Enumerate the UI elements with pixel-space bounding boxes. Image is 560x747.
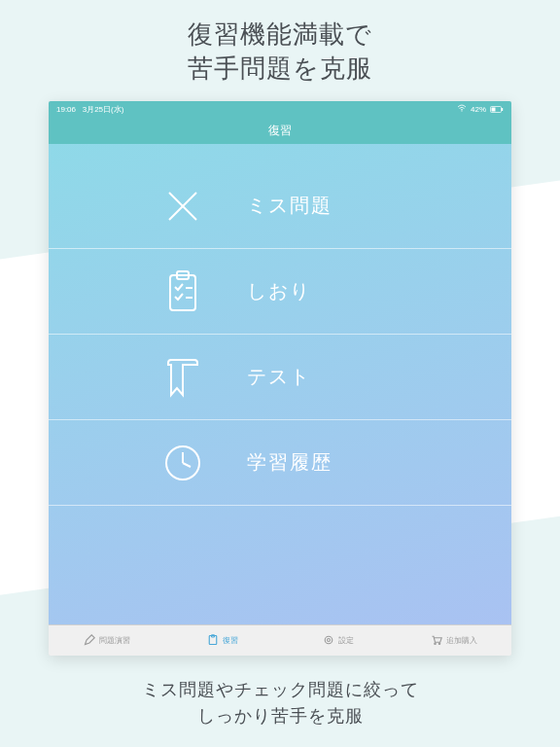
clipboard-check-icon <box>156 269 210 314</box>
tab-label: 追加購入 <box>446 635 477 646</box>
tab-purchase[interactable]: 追加購入 <box>396 625 511 656</box>
promo-caption: ミス問題やチェック問題に絞って しっかり苦手を克服 <box>142 677 419 729</box>
review-menu: ミス問題 しおり テスト 学習履歴 <box>49 144 511 624</box>
menu-label: しおり <box>247 278 311 304</box>
promo-headline: 復習機能満載で 苦手問題を克服 <box>188 18 372 86</box>
content-spacer <box>49 506 511 624</box>
menu-item-history[interactable]: 学習履歴 <box>49 420 511 506</box>
clock-icon <box>156 443 210 483</box>
headline-line1: 復習機能満載で <box>188 19 372 49</box>
headline-line2: 苦手問題を克服 <box>188 53 372 83</box>
tab-practice[interactable]: 問題演習 <box>49 625 164 656</box>
cart-icon <box>431 634 442 648</box>
nav-bar: 復習 <box>49 117 511 144</box>
menu-label: ミス問題 <box>247 193 332 219</box>
tab-review[interactable]: 復習 <box>164 625 280 656</box>
x-icon <box>156 187 210 226</box>
tab-label: 設定 <box>338 635 354 646</box>
battery-icon <box>490 106 504 113</box>
svg-line-12 <box>183 463 191 467</box>
status-bar: 19:06 3月25日(水) 42% <box>49 101 511 117</box>
clipboard-icon <box>207 634 219 648</box>
tab-label: 復習 <box>223 635 238 646</box>
tab-settings[interactable]: 設定 <box>280 625 396 656</box>
tab-label: 問題演習 <box>99 635 130 646</box>
wifi-icon <box>457 104 467 114</box>
statusbar-right: 42% <box>457 104 504 114</box>
menu-item-bookmark[interactable]: しおり <box>49 249 511 335</box>
caption-line2: しっかり苦手を克服 <box>197 706 364 726</box>
battery-percent: 42% <box>471 105 486 114</box>
pencil-icon <box>84 634 95 648</box>
menu-item-miss[interactable]: ミス問題 <box>49 163 511 249</box>
svg-point-15 <box>325 636 332 644</box>
nav-title: 復習 <box>268 123 292 139</box>
svg-rect-3 <box>502 108 503 111</box>
gear-icon <box>323 634 334 648</box>
menu-label: テスト <box>247 364 311 390</box>
statusbar-left: 19:06 3月25日(水) <box>56 104 123 115</box>
svg-point-17 <box>434 643 436 645</box>
svg-point-16 <box>327 638 330 641</box>
menu-label: 学習履歴 <box>247 449 332 476</box>
tab-bar: 問題演習 復習 設定 追加購入 <box>49 624 511 656</box>
caption-line1: ミス問題やチェック問題に絞って <box>142 680 419 699</box>
device-frame: 19:06 3月25日(水) 42% 復習 <box>49 101 511 656</box>
svg-rect-6 <box>170 275 195 310</box>
status-time: 19:06 <box>56 105 76 114</box>
flag-icon <box>156 356 210 399</box>
svg-rect-2 <box>492 107 496 111</box>
svg-point-18 <box>438 643 440 645</box>
svg-point-0 <box>461 111 462 112</box>
menu-item-test[interactable]: テスト <box>49 335 511 420</box>
status-date: 3月25日(水) <box>83 105 124 114</box>
